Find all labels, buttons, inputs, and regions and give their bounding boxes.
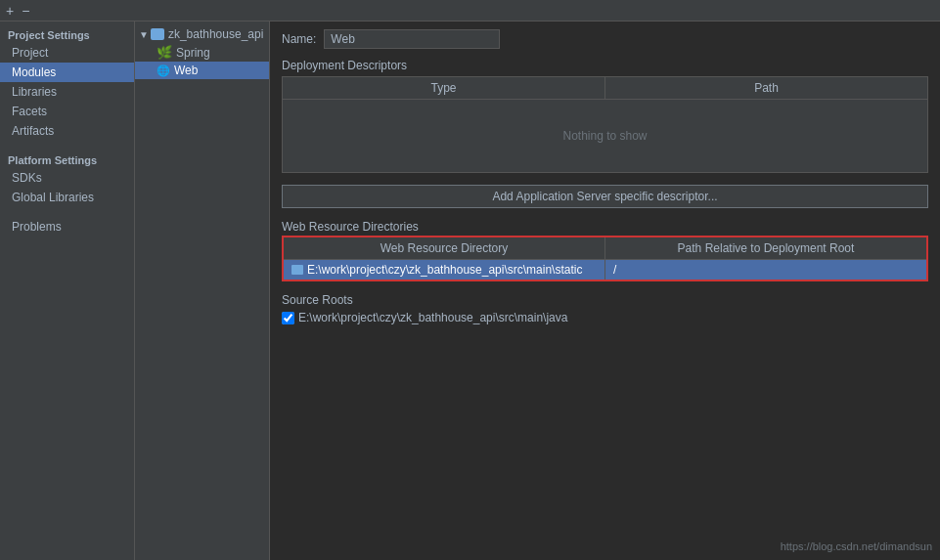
wr-directory-cell: E:\work\project\czy\zk_bathhouse_api\src…: [284, 260, 605, 280]
wr-table-row[interactable]: E:\work\project\czy\zk_bathhouse_api\src…: [284, 260, 926, 280]
content-area: Name: Deployment Descriptors Type Path N…: [270, 22, 940, 560]
tree-panel: ▼ zk_bathhouse_api 🌿 Spring 🌐 Web: [135, 22, 270, 560]
add-button[interactable]: +: [6, 4, 14, 18]
sidebar-item-project[interactable]: Project: [0, 43, 134, 63]
deployment-descriptors-table: Type Path Nothing to show: [282, 76, 928, 173]
web-resource-section: Web Resource Directories Web Resource Di…: [282, 220, 928, 281]
wr-directory-value: E:\work\project\czy\zk_bathhouse_api\src…: [307, 263, 582, 277]
wr-col-path: Path Relative to Deployment Root: [605, 237, 926, 259]
top-toolbar: + −: [0, 0, 940, 22]
sidebar-item-libraries[interactable]: Libraries: [0, 82, 134, 102]
project-settings-header[interactable]: Project Settings: [0, 25, 134, 43]
name-label: Name:: [282, 32, 316, 46]
deployment-descriptors-label: Deployment Descriptors: [270, 55, 940, 74]
tree-web-item[interactable]: 🌐 Web: [135, 62, 269, 79]
tree-root-label: zk_bathhouse_api: [168, 27, 263, 41]
col-path: Path: [605, 77, 927, 99]
web-resource-table: Web Resource Directory Path Relative to …: [282, 236, 928, 281]
sidebar-item-problems[interactable]: Problems: [0, 217, 134, 237]
folder-icon: [151, 28, 164, 40]
wr-table-header: Web Resource Directory Path Relative to …: [284, 237, 926, 260]
sidebar-item-sdks[interactable]: SDKs: [0, 168, 134, 188]
sidebar-problems-label[interactable]: Problems: [0, 217, 134, 237]
col-type: Type: [283, 77, 605, 99]
sidebar: Project Settings Project Modules Librari…: [0, 22, 135, 560]
wr-path-value: /: [613, 263, 616, 277]
source-roots-label: Source Roots: [282, 293, 928, 307]
platform-settings-header: Platform Settings: [0, 149, 134, 168]
tree-spring-label: Spring: [176, 46, 210, 60]
main-area: Project Settings Project Modules Librari…: [0, 22, 940, 560]
sidebar-item-artifacts[interactable]: Artifacts: [0, 121, 134, 141]
watermark: https://blog.csdn.net/dimandsun: [781, 540, 932, 552]
wr-col-directory: Web Resource Directory: [284, 237, 605, 259]
folder-icon: [291, 265, 303, 275]
sidebar-item-global-libraries[interactable]: Global Libraries: [0, 188, 134, 207]
source-roots-section: Source Roots E:\work\project\czy\zk_bath…: [282, 293, 928, 326]
add-descriptor-button[interactable]: Add Application Server specific descript…: [282, 185, 928, 208]
name-input[interactable]: [324, 29, 500, 49]
name-field-row: Name:: [270, 22, 940, 55]
expand-arrow-icon: ▼: [139, 29, 149, 40]
web-resource-label: Web Resource Directories: [282, 220, 928, 234]
spring-leaf-icon: 🌿: [157, 45, 172, 60]
table-header: Type Path: [283, 77, 927, 100]
web-icon: 🌐: [157, 65, 170, 77]
wr-path-cell: /: [605, 260, 926, 280]
remove-button[interactable]: −: [22, 4, 29, 18]
table-empty-text: Nothing to show: [283, 100, 927, 172]
source-root-value: E:\work\project\czy\zk_bathhouse_api\src…: [298, 311, 567, 324]
tree-spring-item[interactable]: 🌿 Spring: [135, 43, 269, 62]
sidebar-item-facets[interactable]: Facets: [0, 102, 134, 121]
tree-web-label: Web: [174, 64, 198, 77]
source-root-checkbox[interactable]: [282, 312, 294, 324]
source-roots-row: E:\work\project\czy\zk_bathhouse_api\src…: [282, 309, 928, 326]
tree-root-item[interactable]: ▼ zk_bathhouse_api: [135, 25, 269, 43]
sidebar-item-modules[interactable]: Modules: [0, 63, 134, 82]
